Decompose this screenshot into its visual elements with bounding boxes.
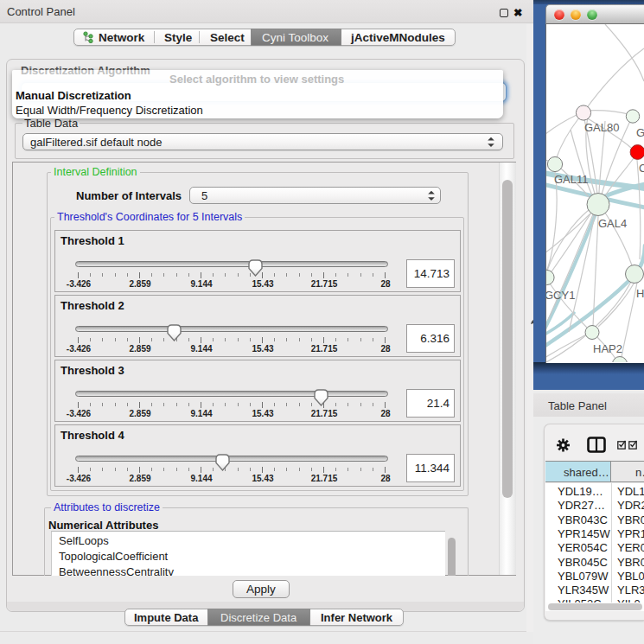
svg-text:GAL80: GAL80: [584, 121, 619, 134]
svg-text:H: H: [636, 287, 644, 300]
svg-text:GA: GA: [636, 126, 644, 139]
svg-text:GAL11: GAL11: [554, 173, 589, 186]
svg-text:GAL4: GAL4: [598, 217, 627, 230]
svg-text:HAP2: HAP2: [593, 342, 622, 355]
svg-text:C: C: [639, 162, 644, 175]
svg-text:GCY1: GCY1: [546, 289, 575, 302]
